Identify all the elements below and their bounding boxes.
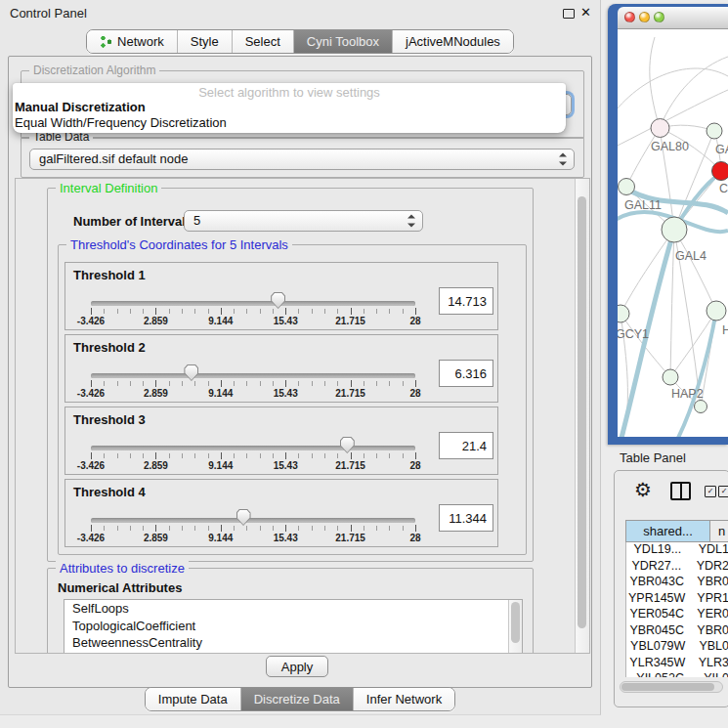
table-horizontal-scrollbar[interactable] xyxy=(620,681,723,693)
cell-name[interactable]: YDR2 xyxy=(687,559,728,576)
column-header-name[interactable]: n xyxy=(710,520,728,542)
table-row[interactable]: YDR27... YDR2 xyxy=(626,559,728,576)
tick-mark xyxy=(285,525,286,532)
tab[interactable]: Network xyxy=(87,30,177,53)
threshold-slider[interactable]: -3.4262.8599.14415.4321.71528 xyxy=(65,407,497,474)
threshold-slider[interactable]: -3.4262.8599.14415.4321.71528 xyxy=(65,263,497,329)
column-header-shared-name[interactable]: shared... xyxy=(625,520,710,542)
cell-shared-name[interactable]: YLR345W xyxy=(626,656,689,672)
tick-mark xyxy=(351,308,352,315)
close-light-icon[interactable] xyxy=(624,12,635,22)
slider-thumb[interactable] xyxy=(340,437,355,453)
threshold-value-input[interactable]: 11.344 xyxy=(439,504,493,532)
cell-shared-name[interactable]: YBR043C xyxy=(626,575,687,591)
minimize-light-icon[interactable] xyxy=(639,12,650,22)
checkbox-icon[interactable]: ✓ xyxy=(705,486,716,497)
gear-icon[interactable]: ⚙ xyxy=(634,478,652,501)
table-row[interactable]: YLR345W YLR3 xyxy=(626,656,728,672)
close-icon[interactable]: ✕ xyxy=(580,5,591,20)
slider-track[interactable] xyxy=(91,373,415,378)
tab[interactable]: Infer Network xyxy=(353,688,454,710)
apply-button[interactable]: Apply xyxy=(266,656,328,677)
threshold-slider[interactable]: -3.4262.8599.14415.4321.71528 xyxy=(65,480,497,546)
table-row[interactable]: YDL19... YDL1 xyxy=(626,542,728,559)
network-node[interactable] xyxy=(695,401,707,413)
cell-name[interactable]: YLR3 xyxy=(689,656,728,672)
network-node[interactable] xyxy=(651,119,669,138)
list-scrollbar[interactable] xyxy=(508,600,522,654)
cell-shared-name[interactable]: YBR045C xyxy=(626,623,687,640)
tab[interactable]: Style xyxy=(177,30,232,53)
slider-thumb[interactable] xyxy=(271,292,285,309)
slider-track[interactable] xyxy=(91,301,415,306)
network-window-titlebar[interactable] xyxy=(618,7,728,29)
numerical-attributes-label: Numerical Attributes xyxy=(58,580,182,595)
tab[interactable]: jActiveMNodules xyxy=(392,30,513,53)
table-row[interactable]: YER054C YER0 xyxy=(626,607,728,623)
cell-shared-name[interactable]: YIL052C xyxy=(626,671,694,677)
threshold-slider[interactable]: -3.4262.8599.14415.4321.71528 xyxy=(65,335,497,402)
zoom-light-icon[interactable] xyxy=(654,12,664,22)
network-canvas[interactable]: GAL80GACGAL11GAL4GCY1HHAP2 xyxy=(618,29,728,437)
number-of-intervals-combobox[interactable]: 5 xyxy=(184,210,423,232)
table-row[interactable]: YPR145W YPR1 xyxy=(626,591,728,608)
network-node[interactable] xyxy=(707,301,726,321)
cell-name[interactable]: YIL0 xyxy=(694,671,728,677)
split-view-icon[interactable] xyxy=(670,482,691,500)
cell-name[interactable]: YBL0 xyxy=(689,639,728,656)
checkbox-icon[interactable]: ✓ xyxy=(718,486,728,497)
table-row[interactable]: YBR045C YBR0 xyxy=(626,623,728,640)
cell-name[interactable]: YER0 xyxy=(687,607,728,623)
attributes-group: Attributes to discretize Numerical Attri… xyxy=(47,568,534,654)
network-node[interactable] xyxy=(707,123,722,139)
table-row[interactable]: YBR043C YBR0 xyxy=(626,575,728,591)
tab[interactable]: Discretize Data xyxy=(240,688,353,710)
cell-shared-name[interactable]: YDL19... xyxy=(626,542,689,559)
float-icon[interactable] xyxy=(563,9,575,19)
cell-shared-name[interactable]: YDR27... xyxy=(626,559,687,576)
list-item[interactable]: SelfLoops xyxy=(64,600,522,618)
list-item[interactable]: TopologicalCoefficient xyxy=(64,618,522,635)
network-graph[interactable]: GAL80GACGAL11GAL4GCY1HHAP2 xyxy=(618,29,728,437)
table-row[interactable]: YIL052C YIL0 xyxy=(626,671,728,677)
interval-definition-group: Interval Definition Number of Intervals … xyxy=(47,188,534,562)
tick-label: -3.426 xyxy=(77,533,105,543)
popup-hint: Select algorithm to view settings xyxy=(13,83,566,100)
cell-name[interactable]: YBR0 xyxy=(687,575,728,591)
node-label: GAL11 xyxy=(624,198,662,212)
tick-mark xyxy=(415,308,416,315)
slider-track[interactable] xyxy=(91,518,415,523)
cell-shared-name[interactable]: YBL079W xyxy=(626,639,689,656)
slider-track[interactable] xyxy=(91,446,415,450)
threshold-value-input[interactable]: 6.316 xyxy=(439,360,493,387)
threshold-row: Threshold 1 -3.4262.8599.14415.4321.7152… xyxy=(64,262,498,330)
table-data-combobox[interactable]: galFiltered.sif default node xyxy=(29,149,575,170)
scrollbar-thumb[interactable] xyxy=(578,196,586,628)
threshold-value-input[interactable]: 21.4 xyxy=(439,432,493,459)
cell-name[interactable]: YPR1 xyxy=(687,591,728,608)
slider-thumb[interactable] xyxy=(236,509,251,526)
table-row[interactable]: YBL079W YBL0 xyxy=(626,639,728,656)
popup-option[interactable]: Manual Discretization xyxy=(13,100,566,115)
slider-thumb[interactable] xyxy=(184,364,198,381)
network-node[interactable] xyxy=(712,162,728,181)
network-node[interactable] xyxy=(619,179,635,195)
network-node[interactable] xyxy=(618,305,629,322)
popup-option[interactable]: Equal Width/Frequency Discretization xyxy=(13,115,566,131)
cell-name[interactable]: YBR0 xyxy=(687,623,728,640)
cell-shared-name[interactable]: YPR145W xyxy=(626,591,687,608)
tab[interactable]: Select xyxy=(232,30,293,53)
scrollbar-thumb[interactable] xyxy=(511,602,520,643)
cell-shared-name[interactable]: YER054C xyxy=(626,607,687,623)
settings-scrollbar[interactable] xyxy=(575,179,589,653)
tab[interactable]: Cyni Toolbox xyxy=(293,30,392,53)
scrollbar-thumb[interactable] xyxy=(621,683,714,691)
network-node[interactable] xyxy=(663,369,678,385)
network-node[interactable] xyxy=(662,217,687,242)
list-item[interactable]: BetweennessCentrality xyxy=(64,634,522,652)
threshold-value-input[interactable]: 14.713 xyxy=(439,287,493,315)
cell-name[interactable]: YDL1 xyxy=(689,542,728,559)
slider-ticks xyxy=(91,381,416,386)
tab[interactable]: Impute Data xyxy=(146,688,240,710)
tick-mark xyxy=(91,452,92,459)
